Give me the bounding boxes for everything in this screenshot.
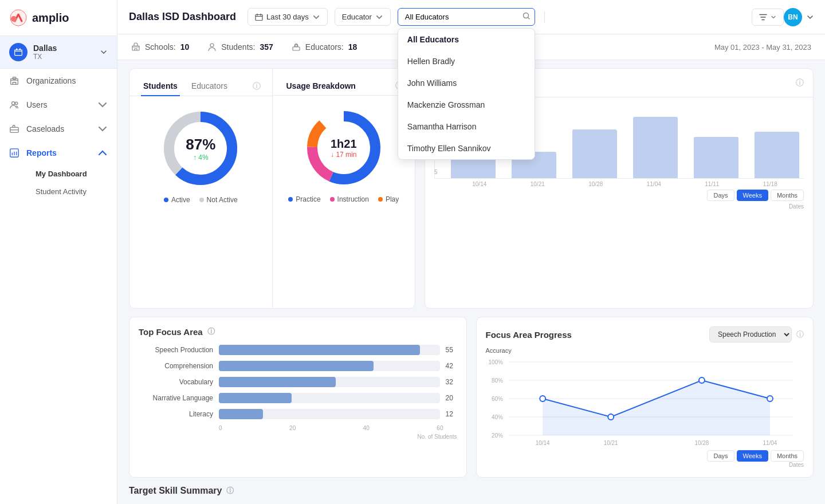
usage-legend: Practice Instruction Play [288,191,399,210]
svg-point-34 [698,377,704,383]
educator-option-all[interactable]: All Educators [398,29,535,50]
x-axis: 10/14 10/21 10/28 11/04 11/11 11/18 [434,179,804,187]
chart-icon [9,148,19,158]
educator-option-samantha[interactable]: Samantha Harrison [398,116,535,137]
svg-point-33 [608,414,614,420]
btn-months-progress[interactable]: Months [771,450,804,462]
students-usage-panel: Students Educators ⓘ [129,68,415,309]
svg-rect-13 [132,46,139,50]
tab-students[interactable]: Students [141,77,180,96]
nav-reports-label: Reports [26,148,57,158]
schools-value: 10 [180,42,190,52]
educator-option-john[interactable]: John Williams [398,72,535,94]
btn-days[interactable]: Days [707,190,734,201]
svg-text:10/28: 10/28 [694,440,709,446]
bar-group-2 [572,129,617,178]
legend-instruction: Instruction [330,195,369,203]
calendar-icon [255,13,263,21]
filter-icon [759,13,767,21]
btn-months[interactable]: Months [771,190,804,201]
focus-bar-3: Narrative Language 20 [139,393,457,403]
btn-weeks-progress[interactable]: Weeks [737,450,768,462]
search-icon[interactable] [522,12,531,22]
nav-reports[interactable]: Reports [0,141,117,165]
focus-area-title: Top Focus Area [139,327,203,337]
amplio-logo-icon [9,9,28,27]
focus-progress-select[interactable]: Speech Production [709,326,792,342]
progress-title: Focus Area Progress [486,330,572,340]
educator-search-container: All Educators Hellen Bradly John William… [398,8,535,26]
info-icon[interactable]: ⓘ [207,326,215,337]
dates-label: Dates [434,203,804,214]
nav-caseloads-label: Caseloads [26,124,64,133]
focus-bar-4: Literacy 12 [139,409,457,419]
filter-button[interactable] [752,9,784,26]
students-legend: Active Not Active [164,191,238,211]
usage-section: Usage Breakdown ⓘ [273,69,415,308]
educators-label: Educators: [305,42,344,52]
legend-active: Active [164,196,190,204]
nav-student-activity[interactable]: Student Activity [26,183,117,200]
sidebar: amplio Dallas TX [0,0,117,504]
usage-tab-row: Usage Breakdown ⓘ [273,69,415,96]
svg-rect-4 [19,49,21,50]
no-students-label: No. of Students [139,434,457,440]
svg-text:100%: 100% [488,359,502,365]
chevron-up-icon [97,148,108,158]
nav-organizations[interactable]: Organizations [0,69,117,93]
usage-time: 1h21 [331,137,357,151]
type-filter-button[interactable]: Educator [335,8,391,26]
accuracy-label: Accuracy [486,347,804,354]
students-value: 357 [260,42,273,52]
svg-text:40%: 40% [491,414,502,420]
students-section: Students Educators ⓘ [129,69,273,308]
school-icon [131,42,140,52]
nav-users[interactable]: Users [0,93,117,117]
focus-bar-2: Vocabulary 32 [139,377,457,387]
line-chart: 100% 80% 60% 40% 20% [486,356,804,450]
nav-caseloads[interactable]: Caseloads [0,117,117,141]
focus-area-panel: Top Focus Area ⓘ Speech Production 55 [129,317,467,478]
info-icon[interactable]: ⓘ [796,329,804,340]
info-icon[interactable]: ⓘ [796,78,804,88]
svg-text:10/14: 10/14 [535,440,549,446]
students-metric: Students: 357 [207,42,273,52]
chevron-down-icon [312,13,320,21]
progress-dates-label: Dates [486,462,804,468]
btn-weeks[interactable]: Weeks [737,190,768,201]
date-range: May 01, 2023 - May 31, 2023 [714,43,811,52]
students-change: ↑ 4% [186,153,215,162]
dash-header-inner: Dallas ISD Dashboard Last 30 days Educat… [129,8,784,26]
educator-option-mackenzie[interactable]: Mackenzie Grossman [398,94,535,116]
educator-option-hellen[interactable]: Hellen Bradly [398,50,535,72]
educator-search-input[interactable] [398,8,535,26]
legend-play: Play [378,195,399,203]
info-icon[interactable]: ⓘ [226,486,234,496]
chevron-down-icon [771,14,776,20]
btn-days-progress[interactable]: Days [707,450,734,462]
reports-submenu: My Dashboard Student Activity [0,165,117,200]
svg-text:11/04: 11/04 [763,440,777,446]
svg-text:80%: 80% [491,377,502,384]
tab-educators[interactable]: Educators [189,77,230,96]
legend-practice: Practice [288,195,320,203]
educator-option-timothy[interactable]: Timothy Ellen Sannikov [398,137,535,159]
user-avatar[interactable]: BN [784,8,802,26]
usage-title: Usage Breakdown [284,77,358,95]
location-name: Dallas [33,44,57,53]
top-bar: Dallas ISD Dashboard Last 30 days Educat… [117,0,825,34]
schools-label: Schools: [145,42,176,52]
location-selector[interactable]: Dallas TX [0,36,117,69]
info-icon[interactable]: ⓘ [253,81,261,92]
top-right-area: BN [784,8,814,26]
divider [544,11,545,23]
nav-my-dashboard[interactable]: My Dashboard [26,165,117,183]
bar-group-3 [633,117,678,178]
svg-point-35 [767,396,773,401]
focus-bars: Speech Production 55 Comprehension 42 [139,345,457,419]
date-filter-button[interactable]: Last 30 days [247,8,328,26]
svg-rect-2 [15,50,22,56]
dashboard-title: Dallas ISD Dashboard [129,11,236,23]
app-name: amplio [32,11,69,25]
focus-bar-1: Comprehension 42 [139,361,457,371]
